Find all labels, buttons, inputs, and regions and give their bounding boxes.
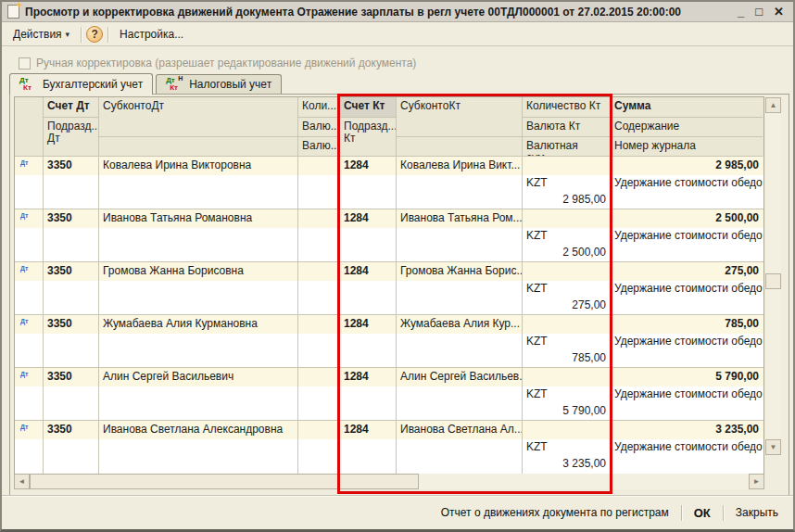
report-button[interactable]: Отчет о движениях документа по регистрам <box>437 503 673 522</box>
header-icon-column[interactable] <box>15 97 44 157</box>
cell-schet-kt[interactable]: 1284 <box>340 368 397 420</box>
header-valuta-kt[interactable]: Валюта Кт <box>523 118 611 137</box>
header-schet-dt[interactable]: Счет Дт <box>44 97 99 118</box>
table-row[interactable]: Дт Кт 3350 Иванова Татьяна Романовна 128… <box>15 209 763 262</box>
cell-summa[interactable]: 2 985,00 Удержание стоимости обедов <box>611 157 763 209</box>
cell-schet-kt[interactable]: 1284 <box>340 421 397 474</box>
scroll-down-button[interactable]: ▼ <box>765 439 781 455</box>
cell-subkonto-kt[interactable]: Громова Жанна Борис... <box>397 262 523 314</box>
cell-kolichestvo-dt[interactable] <box>298 209 340 261</box>
header-valuta-dt[interactable]: Валю... <box>298 118 340 137</box>
horizontal-scroll-thumb[interactable] <box>30 474 419 489</box>
movements-table: Счет Дт Подразд... Дт СубконтоДт Коли...… <box>14 96 764 475</box>
table-row[interactable]: Дт Кт 3350 Алин Сергей Васильевич 1284 А… <box>15 368 763 421</box>
vertical-scroll-thumb[interactable] <box>765 273 781 289</box>
content-text: Удержание стоимости обедов <box>614 229 763 242</box>
header-kolichestvo-kt[interactable]: Количество Кт <box>523 97 611 118</box>
cell-schet-dt[interactable]: 3350 <box>44 157 99 209</box>
cell-row-icon[interactable]: Дт Кт <box>15 209 44 261</box>
cell-kolichestvo-dt[interactable] <box>298 421 340 474</box>
cell-subkonto-kt[interactable]: Алин Сергей Васильев... <box>397 368 523 420</box>
cell-subkonto-kt[interactable]: Иванова Светлана Ал... <box>397 421 523 474</box>
scroll-right-button[interactable]: ► <box>749 474 764 489</box>
cell-row-icon[interactable]: Дт Кт <box>15 421 44 474</box>
cell-kolichestvo-kt[interactable]: KZT 275,00 <box>523 262 611 314</box>
header-valutnaya-dt[interactable]: Валю... <box>298 137 340 157</box>
header-subkonto-dt[interactable]: СубконтоДт <box>99 97 298 137</box>
cell-subkonto-dt[interactable]: Алин Сергей Васильевич <box>99 368 298 420</box>
header-podrazd-kt[interactable]: Подразд... Кт <box>340 118 397 157</box>
movements-panel: Счет Дт Подразд... Дт СубконтоДт Коли...… <box>9 94 789 496</box>
cell-kolichestvo-dt[interactable] <box>298 157 340 209</box>
cell-schet-dt[interactable]: 3350 <box>44 368 99 420</box>
close-button[interactable]: ✕ <box>774 4 784 20</box>
tab-tax[interactable]: Дт Н Кт Налоговый учет <box>156 74 282 94</box>
table-row[interactable]: Дт Кт 3350 Иванова Светлана Александровн… <box>15 421 763 474</box>
header-kolichestvo-dt[interactable]: Коли... <box>298 97 340 118</box>
tab-accounting[interactable]: Дт Кт Бухгалтерский учет <box>9 73 153 95</box>
help-button[interactable]: ? <box>86 26 103 43</box>
header-subkonto-kt[interactable]: СубконтоКт <box>397 97 523 137</box>
cell-subkonto-dt[interactable]: Жумабаева Алия Курмановна <box>99 315 298 367</box>
cell-kolichestvo-dt[interactable] <box>298 368 340 420</box>
actions-button[interactable]: Действия ▾ <box>6 25 76 44</box>
cell-row-icon[interactable]: Дт Кт <box>15 315 44 367</box>
scroll-left-button[interactable]: ◄ <box>14 474 30 489</box>
cell-summa[interactable]: 5 790,00 Удержание стоимости обедов <box>611 368 763 420</box>
manual-adjustment-row: Ручная корректировка (разрешает редактир… <box>19 57 416 70</box>
table-row[interactable]: Дт Кт 3350 Ковалева Ирина Викторовна 128… <box>15 157 763 209</box>
table-row[interactable]: Дт Кт 3350 Громова Жанна Борисовна 1284 … <box>15 262 763 315</box>
header-schet-kt[interactable]: Счет Кт <box>340 97 397 118</box>
cell-subkonto-kt[interactable]: Иванова Татьяна Ром... <box>397 209 523 261</box>
cell-summa[interactable]: 3 235,00 Удержание стоимости обедов <box>611 421 763 474</box>
manual-adjustment-label: Ручная корректировка (разрешает редактир… <box>36 57 416 70</box>
cell-subkonto-dt[interactable]: Ковалева Ирина Викторовна <box>99 157 298 209</box>
ok-button[interactable]: ОК <box>690 503 714 523</box>
close-window-button[interactable]: Закрыть <box>732 503 782 522</box>
cell-summa[interactable]: 785,00 Удержание стоимости обедов <box>611 315 763 367</box>
cell-row-icon[interactable]: Дт Кт <box>15 157 44 209</box>
cell-kolichestvo-kt[interactable]: KZT 5 790,00 <box>523 368 611 420</box>
cell-schet-dt[interactable]: 3350 <box>44 315 99 367</box>
cell-kolichestvo-dt[interactable] <box>298 262 340 314</box>
cell-subkonto-kt[interactable]: Ковалева Ирина Викт... <box>397 157 523 209</box>
header-valutnaya-sum[interactable]: Валютная сум... <box>523 137 611 157</box>
cell-row-icon[interactable]: Дт Кт <box>15 262 44 314</box>
table-row[interactable]: Дт Кт 3350 Жумабаева Алия Курмановна 128… <box>15 315 763 368</box>
cell-subkonto-dt[interactable]: Иванова Светлана Александровна <box>99 421 298 474</box>
horizontal-scrollbar[interactable]: ◄ ► <box>14 474 764 489</box>
cell-subkonto-dt[interactable]: Громова Жанна Борисовна <box>99 262 298 314</box>
cell-subkonto-dt[interactable]: Иванова Татьяна Романовна <box>99 209 298 261</box>
cell-schet-dt[interactable]: 3350 <box>44 421 99 474</box>
cell-kolichestvo-kt[interactable]: KZT 785,00 <box>523 315 611 367</box>
header-summa[interactable]: Сумма <box>611 97 763 118</box>
cell-schet-dt[interactable]: 3350 <box>44 209 99 261</box>
amount: 275,00 <box>725 264 759 277</box>
header-soderzhanie[interactable]: Содержание <box>611 118 763 137</box>
header-subkonto-kt-extra[interactable] <box>397 137 523 157</box>
cell-kolichestvo-dt[interactable] <box>298 315 340 367</box>
cell-schet-dt[interactable]: 3350 <box>44 262 99 314</box>
vertical-scrollbar[interactable]: ▲ ▼ <box>765 97 781 455</box>
header-nomer-zhurnala[interactable]: Номер журнала <box>611 137 763 157</box>
cell-schet-kt[interactable]: 1284 <box>340 315 397 367</box>
maximize-button[interactable]: □ <box>755 4 763 20</box>
cell-kolichestvo-kt[interactable]: KZT 3 235,00 <box>523 421 611 474</box>
cell-subkonto-kt[interactable]: Жумабаева Алия Кур... <box>397 315 523 367</box>
currency-amount: 275,00 <box>572 298 606 311</box>
cell-schet-kt[interactable]: 1284 <box>340 209 397 261</box>
minimize-button[interactable]: _ <box>738 4 744 20</box>
header-subkonto-dt-extra[interactable] <box>99 137 298 157</box>
cell-schet-kt[interactable]: 1284 <box>340 262 397 314</box>
cell-summa[interactable]: 275,00 Удержание стоимости обедов <box>611 262 763 314</box>
scroll-up-button[interactable]: ▲ <box>765 97 781 113</box>
cell-schet-kt[interactable]: 1284 <box>340 157 397 209</box>
cell-row-icon[interactable]: Дт Кт <box>15 368 44 420</box>
amount: 3 235,00 <box>715 423 759 436</box>
cell-kolichestvo-kt[interactable]: KZT 2 985,00 <box>523 157 611 209</box>
cell-summa[interactable]: 2 500,00 Удержание стоимости обедов <box>611 209 763 261</box>
settings-button[interactable]: Настройка... <box>113 25 190 44</box>
cell-kolichestvo-kt[interactable]: KZT 2 500,00 <box>523 209 611 261</box>
header-podrazd-dt[interactable]: Подразд... Дт <box>44 118 99 157</box>
manual-adjustment-checkbox[interactable] <box>19 57 31 70</box>
